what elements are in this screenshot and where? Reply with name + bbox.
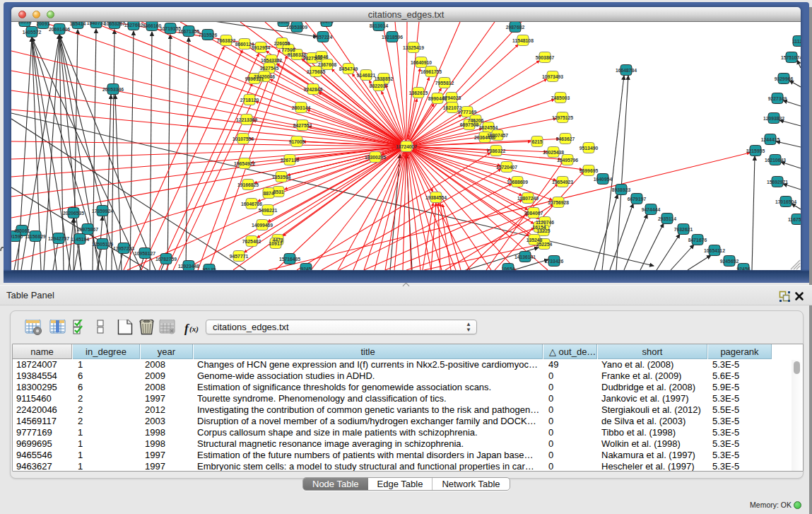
svg-text:(x): (x) bbox=[189, 325, 199, 334]
svg-text:1167534: 1167534 bbox=[788, 217, 801, 222]
svg-text:6679197: 6679197 bbox=[628, 197, 647, 201]
svg-text:7485003: 7485003 bbox=[551, 95, 570, 100]
svg-text:8471676: 8471676 bbox=[688, 238, 707, 243]
svg-text:17016504: 17016504 bbox=[775, 199, 796, 204]
svg-text:10917: 10917 bbox=[269, 241, 283, 246]
svg-text:135248: 135248 bbox=[526, 238, 543, 243]
svg-text:7515526: 7515526 bbox=[199, 33, 218, 37]
svg-text:10958127: 10958127 bbox=[134, 251, 155, 256]
svg-text:14136141: 14136141 bbox=[514, 255, 536, 259]
svg-text:10653267: 10653267 bbox=[104, 22, 125, 26]
svg-text:8874: 8874 bbox=[263, 191, 273, 196]
svg-text:9227349: 9227349 bbox=[768, 96, 787, 101]
svg-text:226058: 226058 bbox=[274, 41, 290, 46]
svg-text:3267130: 3267130 bbox=[281, 158, 300, 163]
svg-text:10025438: 10025438 bbox=[543, 150, 564, 155]
svg-text:20975867: 20975867 bbox=[77, 227, 98, 232]
svg-text:18495796: 18495796 bbox=[557, 158, 578, 163]
svg-text:2718120: 2718120 bbox=[240, 98, 259, 103]
svg-text:7663822: 7663822 bbox=[217, 38, 236, 43]
svg-text:435061: 435061 bbox=[14, 228, 30, 233]
svg-text:20091: 20091 bbox=[37, 22, 50, 26]
svg-text:11548108: 11548108 bbox=[512, 38, 534, 43]
svg-text:1940733: 1940733 bbox=[87, 22, 106, 25]
svg-text:7357224: 7357224 bbox=[314, 35, 333, 40]
svg-text:12505135: 12505135 bbox=[92, 242, 113, 247]
svg-text:16053809: 16053809 bbox=[286, 25, 307, 30]
svg-text:14099469: 14099469 bbox=[252, 223, 273, 228]
svg-text:18724007: 18724007 bbox=[396, 144, 417, 149]
svg-text:15720407: 15720407 bbox=[496, 165, 517, 170]
svg-text:3084067: 3084067 bbox=[524, 211, 543, 216]
svg-text:1852: 1852 bbox=[278, 22, 288, 24]
svg-text:10756928: 10756928 bbox=[548, 200, 569, 205]
svg-text:9466160: 9466160 bbox=[143, 23, 162, 28]
svg-text:2087682: 2087682 bbox=[506, 25, 525, 30]
svg-text:1353594: 1353594 bbox=[272, 175, 291, 180]
svg-text:2803144: 2803144 bbox=[292, 105, 311, 110]
svg-text:8912954: 8912954 bbox=[252, 45, 271, 50]
svg-text:20053346: 20053346 bbox=[102, 87, 124, 92]
svg-text:1640954: 1640954 bbox=[594, 177, 613, 182]
svg-text:10474: 10474 bbox=[320, 22, 334, 24]
svg-text:92456: 92456 bbox=[737, 267, 751, 270]
svg-text:11156829: 11156829 bbox=[25, 234, 46, 239]
svg-text:252254: 252254 bbox=[536, 242, 553, 247]
svg-text:13325419: 13325419 bbox=[403, 45, 424, 50]
svg-text:19166825: 19166825 bbox=[237, 182, 259, 187]
svg-text:18300295: 18300295 bbox=[365, 155, 386, 160]
svg-text:9245652: 9245652 bbox=[720, 259, 739, 264]
svg-text:6794028: 6794028 bbox=[442, 95, 461, 100]
svg-text:16210643: 16210643 bbox=[765, 158, 786, 163]
svg-text:9245: 9245 bbox=[300, 267, 311, 270]
svg-text:10654112: 10654112 bbox=[704, 248, 725, 253]
svg-text:12923448: 12923448 bbox=[178, 264, 199, 269]
svg-text:2935114: 2935114 bbox=[658, 216, 676, 221]
svg-text:6897508: 6897508 bbox=[460, 122, 479, 127]
svg-text:19654922: 19654922 bbox=[234, 161, 255, 166]
svg-text:1405572: 1405572 bbox=[23, 30, 42, 35]
svg-text:3627545: 3627545 bbox=[260, 66, 279, 71]
svg-text:8454749: 8454749 bbox=[339, 66, 358, 71]
svg-text:9463627: 9463627 bbox=[556, 136, 575, 141]
svg-text:917005: 917005 bbox=[289, 139, 305, 144]
svg-text:19384554: 19384554 bbox=[425, 195, 447, 200]
svg-text:12093832: 12093832 bbox=[763, 116, 784, 121]
svg-text:7955812: 7955812 bbox=[435, 81, 454, 86]
svg-text:10973493: 10973493 bbox=[542, 74, 563, 79]
svg-text:1244415: 1244415 bbox=[761, 137, 780, 142]
svg-text:15546: 15546 bbox=[315, 54, 329, 59]
svg-text:16961755: 16961755 bbox=[420, 69, 442, 74]
svg-text:1120746: 1120746 bbox=[536, 220, 554, 225]
svg-text:18807249: 18807249 bbox=[517, 196, 539, 201]
svg-text:2367608: 2367608 bbox=[318, 62, 337, 67]
svg-text:1538852: 1538852 bbox=[375, 76, 394, 81]
svg-text:391590: 391590 bbox=[11, 234, 23, 239]
svg-text:1733426: 1733426 bbox=[545, 259, 564, 264]
svg-text:9513490: 9513490 bbox=[579, 146, 599, 151]
svg-text:12942757: 12942757 bbox=[48, 236, 69, 241]
svg-text:7632621: 7632621 bbox=[674, 227, 693, 232]
svg-text:15692971: 15692971 bbox=[767, 180, 788, 185]
svg-text:9699695: 9699695 bbox=[579, 168, 599, 173]
svg-text:8322037: 8322037 bbox=[370, 83, 389, 88]
svg-text:9242848: 9242848 bbox=[304, 87, 323, 92]
svg-text:20364436: 20364436 bbox=[474, 135, 495, 140]
svg-text:10107554: 10107554 bbox=[233, 136, 254, 141]
svg-text:23420046: 23420046 bbox=[254, 74, 275, 79]
svg-text:16154: 16154 bbox=[533, 225, 546, 230]
svg-text:1527602: 1527602 bbox=[124, 23, 143, 28]
svg-text:9474444: 9474444 bbox=[642, 207, 661, 212]
svg-text:19654923: 19654923 bbox=[552, 180, 573, 185]
svg-text:16671355: 16671355 bbox=[178, 29, 199, 34]
svg-text:18316: 18316 bbox=[18, 22, 32, 24]
svg-text:3215955: 3215955 bbox=[746, 148, 765, 153]
svg-text:16640910: 16640910 bbox=[411, 60, 432, 65]
svg-text:16648784: 16648784 bbox=[616, 68, 637, 73]
svg-text:17957223: 17957223 bbox=[113, 246, 134, 251]
svg-text:10688609: 10688609 bbox=[507, 180, 528, 185]
svg-text:12975125: 12975125 bbox=[552, 115, 573, 120]
svg-text:16782759: 16782759 bbox=[155, 257, 177, 262]
svg-text:95135: 95135 bbox=[203, 267, 216, 270]
svg-text:16046786: 16046786 bbox=[241, 201, 262, 206]
